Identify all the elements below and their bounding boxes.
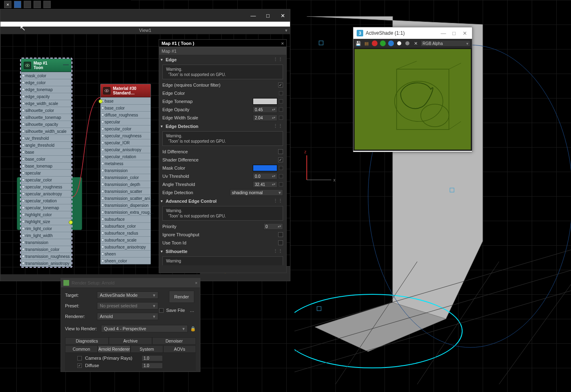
diffuse-checkbox[interactable]	[77, 363, 82, 368]
param-transmission_dispersion[interactable]: transmission_dispersion	[101, 202, 151, 208]
link-icon[interactable]	[34, 1, 41, 8]
node-material-standard[interactable]: Material #30 Standard… basebase_colordif…	[100, 84, 151, 264]
param-subsurface_color[interactable]: subsurface_color	[101, 222, 151, 229]
edge-tonemap-swatch[interactable]	[253, 98, 277, 105]
section-silhouette[interactable]: Silhouette⋮⋮	[159, 247, 286, 255]
param-uv_threshold[interactable]: uv_threshold	[21, 134, 71, 141]
render-view[interactable]	[353, 48, 472, 151]
render-button[interactable]: Render	[169, 291, 194, 303]
maximize-button[interactable]: □	[264, 11, 272, 20]
param-transmission_depth[interactable]: transmission_depth	[101, 181, 151, 188]
param-transmission[interactable]: transmission	[21, 239, 71, 246]
input-socket[interactable]	[22, 81, 25, 84]
param-transmission_roughness[interactable]: transmission_roughness	[21, 253, 71, 260]
param-rim_light_color[interactable]: rim_light_color	[21, 225, 71, 232]
input-socket[interactable]	[22, 262, 25, 265]
param-subsurface[interactable]: subsurface	[101, 215, 151, 222]
input-socket[interactable]	[22, 130, 25, 133]
input-socket[interactable]	[101, 169, 104, 172]
input-socket[interactable]	[22, 227, 25, 230]
input-socket[interactable]	[22, 95, 25, 98]
activeshade-titlebar[interactable]: 3 ActiveShade (1:1) — □ ✕	[353, 27, 472, 39]
preview-icon[interactable]	[24, 62, 31, 69]
close-tab-icon[interactable]: ×	[4, 1, 11, 8]
save-file-browse[interactable]: …	[190, 308, 194, 313]
param-metalness[interactable]: metalness	[101, 160, 151, 167]
input-socket[interactable]	[22, 255, 25, 258]
tab-common[interactable]: Common	[65, 345, 98, 353]
edge-color-map-toggle[interactable]	[279, 91, 283, 95]
target-select[interactable]: ActiveShade Mode▾	[97, 291, 158, 299]
input-socket[interactable]	[22, 164, 25, 168]
input-socket[interactable]	[101, 127, 104, 130]
param-subsurface_scale[interactable]: subsurface_scale	[101, 236, 151, 243]
clear-icon[interactable]: ✕	[412, 40, 419, 47]
input-socket[interactable]	[101, 183, 104, 186]
preview-icon[interactable]	[103, 87, 110, 94]
edge-opacity-spinner[interactable]: 0.45▴▾	[253, 106, 277, 113]
input-socket[interactable]	[22, 199, 25, 202]
input-socket[interactable]	[101, 217, 104, 221]
input-socket[interactable]	[101, 113, 104, 116]
param-edge_width_scale[interactable]: edge_width_scale	[21, 100, 71, 107]
param-rim_light_width[interactable]: rim_light_width	[21, 232, 71, 239]
input-socket[interactable]	[22, 220, 25, 223]
param-highlight_size[interactable]: highlight_size	[21, 218, 71, 225]
input-socket[interactable]	[101, 231, 104, 235]
input-socket[interactable]	[22, 102, 25, 105]
param-transmission_scatter_ani…[interactable]: transmission_scatter_ani…	[101, 195, 151, 202]
minimize-button[interactable]: —	[249, 11, 257, 20]
input-socket[interactable]	[101, 106, 104, 110]
input-socket[interactable]	[22, 150, 25, 154]
input-socket[interactable]	[22, 241, 25, 244]
param-specular_IOR[interactable]: specular_IOR	[101, 139, 151, 146]
tab-aovs[interactable]: AOVs	[163, 345, 196, 353]
uv-threshold-spinner[interactable]: 0.0▴▾	[253, 173, 277, 179]
param-silhouette_width_scale[interactable]: silhouette_width_scale	[21, 128, 71, 134]
section-advanced-edge[interactable]: Advanced Edge Control⋮⋮	[159, 197, 286, 204]
camera-rays-spinner[interactable]: 1.0	[142, 355, 163, 361]
input-socket[interactable]	[101, 141, 104, 144]
tab-diagnostics[interactable]: Diagnostics	[65, 337, 109, 345]
input-socket[interactable]	[22, 185, 25, 188]
node-map-toon[interactable]: Map #1 Toon — mask_coloredge_coloredge_t…	[21, 58, 72, 267]
param-edge_color[interactable]: edge_color	[21, 79, 71, 86]
close-button[interactable]: ✕	[279, 11, 287, 20]
input-socket[interactable]	[101, 176, 104, 179]
input-socket[interactable]	[101, 134, 104, 137]
renderer-select[interactable]: Arnold▾	[97, 313, 158, 320]
param-base_color[interactable]: base_color	[101, 104, 151, 111]
input-socket[interactable]	[22, 116, 25, 119]
param-angle_threshold[interactable]: angle_threshold	[21, 141, 71, 148]
param-transmission_color[interactable]: transmission_color	[101, 174, 151, 181]
node-header[interactable]: Map #1 Toon —	[21, 59, 71, 72]
input-socket[interactable]	[22, 109, 25, 112]
editor-menubar[interactable]	[0, 22, 290, 27]
param-edge_tonemap[interactable]: edge_tonemap	[21, 86, 71, 93]
param-transmission_anisotropy[interactable]: transmission_anisotropy	[21, 260, 71, 267]
input-socket[interactable]	[101, 204, 104, 207]
param-mask_color[interactable]: mask_color	[21, 72, 71, 79]
input-socket[interactable]	[101, 252, 104, 255]
record-red-icon[interactable]	[371, 40, 378, 47]
close-button[interactable]: ✕	[461, 30, 469, 36]
lock-icon[interactable]: 🔒	[190, 326, 196, 332]
input-socket[interactable]	[22, 123, 25, 126]
input-socket[interactable]	[22, 143, 25, 147]
mono-dot-icon[interactable]	[396, 40, 402, 47]
param-base[interactable]: base	[101, 97, 151, 104]
input-socket[interactable]	[101, 211, 104, 214]
input-socket[interactable]	[101, 238, 104, 242]
input-socket[interactable]	[22, 248, 25, 251]
shader-diff-checkbox[interactable]	[278, 157, 283, 162]
map-toggle[interactable]	[279, 99, 283, 103]
param-silhouette_opacity[interactable]: silhouette_opacity	[21, 121, 71, 128]
param-specular_anisotropy[interactable]: specular_anisotropy	[101, 146, 151, 153]
param-sheen_color[interactable]: sheen_color	[101, 257, 151, 264]
input-socket[interactable]	[22, 178, 25, 181]
input-socket[interactable]	[22, 206, 25, 209]
channel-select[interactable]: RGB Alpha▾	[420, 40, 470, 47]
tab-arnold-renderer[interactable]: Arnold Renderer	[98, 345, 130, 353]
param-base[interactable]: base	[21, 148, 71, 155]
input-socket[interactable]	[22, 192, 25, 195]
